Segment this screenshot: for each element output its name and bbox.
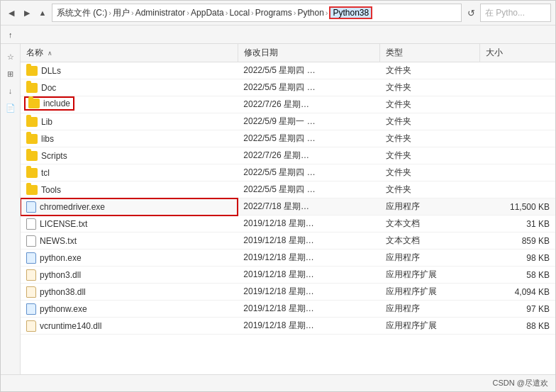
status-text: CSDN @尽遣欢: [493, 378, 548, 388]
nav-forward-icon[interactable]: ▶: [21, 6, 33, 19]
breadcrumb-item-python[interactable]: Python: [297, 8, 323, 18]
exe-icon: [26, 252, 36, 264]
table-row[interactable]: vcruntime140.dll2019/12/18 星期…应用程序扩展88 K…: [21, 318, 555, 335]
table-row[interactable]: python.exe2019/12/18 星期…应用程序98 KB: [21, 250, 555, 267]
file-list-container[interactable]: 名称 ∧ 修改日期 类型 大小 DLLs2022/5/5 星期四 …文件夹Doc…: [21, 44, 555, 374]
file-type: 文件夹: [380, 113, 480, 130]
table-row[interactable]: DLLs2022/5/5 星期四 …文件夹: [21, 62, 555, 79]
col-header-date[interactable]: 修改日期: [238, 44, 379, 62]
file-name-label: include: [43, 99, 70, 108]
table-row[interactable]: Tools2022/5/5 星期四 …文件夹: [21, 181, 555, 198]
file-date: 2019/12/18 星期…: [238, 215, 379, 233]
file-type: 应用程序扩展: [380, 267, 480, 284]
file-size: 88 KB: [480, 318, 555, 335]
folder-icon: [26, 168, 38, 178]
table-row[interactable]: Lib2022/5/9 星期一 …文件夹: [21, 113, 555, 130]
file-type: 文件夹: [380, 181, 480, 198]
file-date: 2022/5/5 星期四 …: [238, 130, 379, 147]
table-row[interactable]: Doc2022/5/5 星期四 …文件夹: [21, 79, 555, 96]
file-name-label: tcl: [41, 168, 50, 178]
desktop-icon[interactable]: ⊞: [4, 67, 18, 81]
file-name-label: NEWS.txt: [40, 236, 77, 246]
content-area: ☆ ⊞ ↓ 📄 名称 ∧ 修改日期 类型 大小: [1, 44, 555, 374]
file-name-label: LICENSE.txt: [40, 219, 87, 229]
search-box[interactable]: 在 Pytho...: [480, 4, 551, 22]
folder-icon: [26, 117, 38, 127]
dll-icon: [26, 320, 36, 332]
file-date: 2019/12/18 星期…: [238, 267, 379, 284]
file-date: 2022/5/5 星期四 …: [238, 164, 379, 181]
file-name-label: python3.dll: [40, 270, 81, 280]
download-icon[interactable]: ↓: [4, 84, 18, 98]
breadcrumb-item-c[interactable]: 系统文件 (C:): [57, 7, 107, 19]
docs-icon[interactable]: 📄: [4, 101, 18, 115]
table-row[interactable]: Scripts2022/7/26 星期…文件夹: [21, 147, 555, 164]
sort-arrow: ∧: [48, 50, 52, 57]
file-date: 2019/12/18 星期…: [238, 301, 379, 318]
file-type: 应用程序: [380, 198, 480, 215]
table-row[interactable]: libs2022/5/5 星期四 …文件夹: [21, 130, 555, 147]
file-date: 2022/7/26 星期…: [238, 147, 379, 164]
breadcrumb-item-administrator[interactable]: Administrator: [135, 8, 186, 18]
file-type: 文件夹: [380, 62, 480, 79]
folder-icon: [28, 99, 40, 108]
toolbar: ↑: [1, 26, 555, 44]
file-date: 2019/12/18 星期…: [238, 250, 379, 267]
table-row[interactable]: LICENSE.txt2019/12/18 星期…文本文档31 KB: [21, 215, 555, 233]
file-size: 4,094 KB: [480, 284, 555, 301]
table-row[interactable]: include2022/7/26 星期…文件夹: [21, 96, 555, 113]
nav-back-icon[interactable]: ◀: [5, 6, 18, 19]
file-size: [480, 130, 555, 147]
file-type: 文件夹: [380, 130, 480, 147]
breadcrumb-item-appdata[interactable]: AppData: [191, 8, 224, 18]
dll-icon: [26, 269, 36, 281]
file-date: 2019/12/18 星期…: [238, 318, 379, 335]
refresh-icon[interactable]: ↺: [465, 6, 477, 19]
toolbar-up-btn[interactable]: ↑: [5, 28, 16, 41]
file-size: 859 KB: [480, 233, 555, 250]
file-type: 应用程序: [380, 301, 480, 318]
breadcrumb-item-python38[interactable]: Python38: [329, 6, 372, 19]
file-type: 应用程序扩展: [380, 318, 480, 335]
file-size: [480, 62, 555, 79]
file-date: 2022/5/5 星期四 …: [238, 62, 379, 79]
file-type: 应用程序: [380, 250, 480, 267]
file-name-label: Tools: [41, 185, 61, 195]
table-row[interactable]: NEWS.txt2019/12/18 星期…文本文档859 KB: [21, 233, 555, 250]
file-type: 文本文档: [380, 215, 480, 233]
file-size: 58 KB: [480, 267, 555, 284]
file-name-label: python.exe: [40, 253, 82, 263]
address-bar: ◀ ▶ ▲ 系统文件 (C:) › 用户 › Administrator › A…: [1, 1, 555, 26]
file-date: 2022/5/5 星期四 …: [238, 181, 379, 198]
file-type: 文件夹: [380, 164, 480, 181]
quick-access-icon[interactable]: ☆: [4, 50, 18, 64]
table-row[interactable]: tcl2022/5/5 星期四 …文件夹: [21, 164, 555, 181]
table-row[interactable]: pythonw.exe2019/12/18 星期…应用程序97 KB: [21, 301, 555, 318]
table-row[interactable]: chromedriver.exe2022/7/18 星期…应用程序11,500 …: [21, 198, 555, 215]
col-header-size[interactable]: 大小: [480, 44, 555, 62]
file-type: 文件夹: [380, 79, 480, 96]
file-name-label: libs: [41, 134, 54, 144]
exe-icon: [26, 303, 36, 315]
file-name-label: pythonw.exe: [40, 304, 87, 314]
table-header: 名称 ∧ 修改日期 类型 大小: [21, 44, 555, 62]
col-header-name[interactable]: 名称 ∧: [21, 44, 238, 62]
file-date: 2022/7/18 星期…: [238, 198, 379, 215]
table-row[interactable]: python38.dll2019/12/18 星期…应用程序扩展4,094 KB: [21, 284, 555, 301]
breadcrumb[interactable]: 系统文件 (C:) › 用户 › Administrator › AppData…: [52, 4, 462, 22]
search-placeholder: 在 Pytho...: [485, 7, 525, 19]
breadcrumb-item-programs[interactable]: Programs: [255, 8, 292, 18]
file-size: 31 KB: [480, 215, 555, 233]
folder-icon: [26, 185, 38, 195]
nav-up-icon[interactable]: ▲: [36, 6, 49, 19]
file-date: 2022/5/9 星期一 …: [238, 113, 379, 130]
breadcrumb-item-users[interactable]: 用户: [113, 7, 130, 19]
col-header-type[interactable]: 类型: [380, 44, 480, 62]
breadcrumb-item-local[interactable]: Local: [229, 8, 250, 18]
file-size: 97 KB: [480, 301, 555, 318]
table-row[interactable]: python3.dll2019/12/18 星期…应用程序扩展58 KB: [21, 267, 555, 284]
file-type: 文件夹: [380, 147, 480, 164]
txt-icon: [26, 218, 36, 230]
file-name-label: chromedriver.exe: [40, 202, 105, 212]
file-name-label: Scripts: [41, 151, 67, 161]
